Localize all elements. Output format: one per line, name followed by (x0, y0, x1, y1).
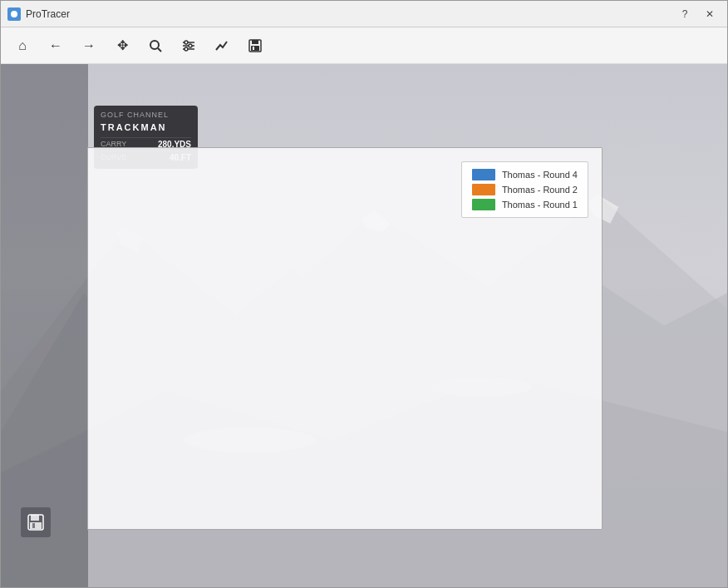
close-button[interactable]: ✕ (699, 5, 721, 23)
legend: Thomas - Round 4 Thomas - Round 2 Thomas… (461, 161, 588, 218)
save-icon-overlay (21, 507, 51, 537)
legend-item-round2: Thomas - Round 2 (472, 184, 578, 195)
svg-rect-25 (32, 523, 35, 528)
chart-button[interactable] (207, 32, 237, 59)
content-area: GOLF CHANNEL TRACKMAN CARRY 280.YDS CURV… (1, 64, 727, 587)
legend-color-round2 (472, 184, 495, 195)
window-controls: ? ✕ (674, 5, 721, 23)
trackman-brand: TRACKMAN (101, 122, 191, 132)
app-window: ProTracer ? ✕ ⌂ ← → ✥ (0, 0, 728, 588)
title-bar: ProTracer ? ✕ (1, 1, 727, 27)
save-button[interactable] (240, 32, 270, 59)
zoom-button[interactable] (140, 32, 170, 59)
legend-label-round4: Thomas - Round 4 (502, 170, 578, 180)
svg-line-2 (158, 48, 161, 52)
trackman-header-label: GOLF CHANNEL (101, 111, 191, 119)
svg-point-6 (184, 41, 188, 44)
window-title: ProTracer (26, 8, 70, 20)
svg-point-0 (11, 11, 17, 17)
svg-point-8 (184, 47, 188, 51)
svg-rect-23 (31, 515, 39, 521)
back-button[interactable]: ← (41, 32, 71, 59)
toolbar: ⌂ ← → ✥ (1, 27, 727, 64)
svg-rect-24 (30, 522, 42, 529)
app-icon (7, 7, 21, 21)
svg-rect-11 (251, 46, 259, 51)
legend-item-round4: Thomas - Round 4 (472, 169, 578, 180)
legend-label-round1: Thomas - Round 1 (502, 200, 578, 210)
svg-rect-10 (252, 40, 258, 44)
legend-item-round1: Thomas - Round 1 (472, 199, 578, 210)
legend-color-round4 (472, 169, 495, 180)
move-button[interactable]: ✥ (107, 32, 137, 59)
home-button[interactable]: ⌂ (7, 32, 37, 59)
svg-rect-12 (253, 47, 254, 50)
svg-point-7 (189, 44, 192, 47)
legend-color-round1 (472, 199, 495, 210)
help-button[interactable]: ? (674, 5, 696, 23)
settings-button[interactable] (174, 32, 204, 59)
forward-button[interactable]: → (74, 32, 104, 59)
legend-label-round2: Thomas - Round 2 (502, 185, 578, 195)
chart-panel: Thomas - Round 4 Thomas - Round 2 Thomas… (87, 147, 603, 530)
svg-point-1 (150, 41, 159, 49)
title-bar-left: ProTracer (7, 7, 70, 21)
